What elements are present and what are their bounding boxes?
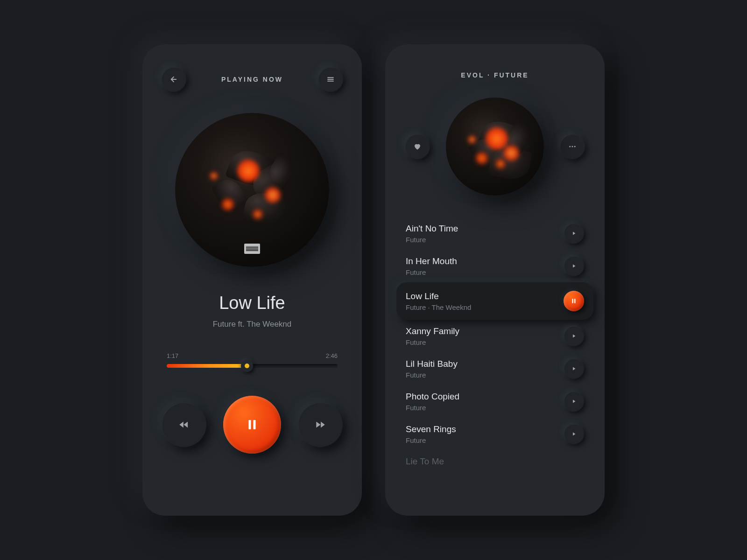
more-button[interactable]: [560, 134, 585, 159]
duration-time: 2:46: [326, 352, 338, 359]
song-title: Low Life: [142, 293, 362, 313]
track-row[interactable]: Seven RingsFuture: [396, 418, 593, 450]
album-art: [175, 113, 329, 267]
svg-rect-10: [574, 299, 575, 303]
svg-point-7: [572, 146, 573, 147]
track-play-button[interactable]: [564, 256, 584, 276]
track-artist: Future: [406, 371, 458, 379]
track-info: Seven RingsFuture: [406, 424, 456, 444]
playlist-header: EVOL · FUTURE: [385, 44, 605, 79]
track-info: Lil Haiti BabyFuture: [406, 359, 458, 379]
pause-icon: [571, 298, 577, 304]
track-row[interactable]: Lie To Me: [396, 450, 593, 473]
menu-button[interactable]: [318, 67, 343, 92]
play-icon: [571, 231, 577, 236]
track-artist: Future: [406, 268, 457, 276]
track-artist: Future · The Weeknd: [406, 303, 471, 311]
pause-icon: [245, 418, 259, 432]
play-pause-button[interactable]: [223, 396, 281, 454]
play-icon: [571, 431, 577, 437]
album-art-container: [142, 113, 362, 267]
play-icon: [571, 263, 577, 269]
track-row[interactable]: Lil Haiti BabyFuture: [396, 352, 593, 385]
svg-rect-9: [572, 299, 573, 303]
track-title: Xanny Family: [406, 326, 459, 336]
like-button[interactable]: [405, 134, 430, 159]
track-title: In Her Mouth: [406, 256, 457, 266]
parental-advisory-badge: [244, 244, 260, 254]
track-artist: Future: [406, 436, 456, 444]
album-art-small: [446, 98, 544, 196]
track-artist: Future: [406, 404, 459, 412]
track-list: Ain't No TimeFutureIn Her MouthFutureLow…: [385, 217, 605, 473]
track-title: Low Life: [406, 291, 471, 301]
now-playing-header: PLAYING NOW: [142, 44, 362, 92]
back-arrow-icon: [169, 75, 178, 84]
back-button[interactable]: [161, 67, 186, 92]
track-play-button[interactable]: [564, 358, 584, 379]
now-playing-screen: PLAYING NOW Low Life Future ft. The Week…: [142, 44, 362, 516]
progress-section: 1:17 2:46: [167, 352, 338, 368]
now-playing-title: PLAYING NOW: [221, 76, 283, 83]
track-info: Xanny FamilyFuture: [406, 326, 459, 346]
track-row[interactable]: Xanny FamilyFuture: [396, 320, 593, 352]
playlist-screen: EVOL · FUTURE Ain't No TimeFutureIn Her …: [385, 44, 605, 516]
track-title: Lil Haiti Baby: [406, 359, 458, 369]
track-play-button[interactable]: [564, 326, 584, 346]
progress-bar[interactable]: [167, 364, 338, 368]
track-play-button[interactable]: [564, 391, 584, 412]
song-artist: Future ft. The Weeknd: [142, 320, 362, 329]
track-artist: Future: [406, 236, 458, 244]
svg-point-6: [569, 146, 571, 147]
track-title: Ain't No Time: [406, 224, 458, 234]
track-title: Lie To Me: [406, 456, 444, 467]
track-info: Lie To Me: [406, 456, 444, 467]
elapsed-time: 1:17: [167, 352, 178, 359]
track-row[interactable]: In Her MouthFuture: [396, 250, 593, 282]
track-row[interactable]: Low LifeFuture · The Weeknd: [396, 282, 593, 320]
playlist-album-row: [385, 98, 605, 196]
play-icon: [571, 366, 577, 371]
play-icon: [571, 333, 577, 339]
heart-icon: [413, 142, 422, 151]
progress-fill: [167, 364, 247, 368]
track-info: Low LifeFuture · The Weeknd: [406, 291, 471, 311]
track-play-button[interactable]: [564, 223, 584, 244]
track-row[interactable]: Ain't No TimeFuture: [396, 217, 593, 250]
track-title: Seven Rings: [406, 424, 456, 434]
play-icon: [571, 399, 577, 404]
track-info: In Her MouthFuture: [406, 256, 457, 276]
progress-knob[interactable]: [241, 360, 253, 372]
more-dots-icon: [568, 142, 577, 151]
track-artist: Future: [406, 338, 459, 346]
track-info: Photo CopiedFuture: [406, 392, 459, 412]
next-button[interactable]: [298, 402, 343, 447]
previous-icon: [178, 419, 190, 431]
hamburger-icon: [326, 75, 335, 84]
svg-rect-4: [249, 420, 251, 429]
track-info: Ain't No TimeFuture: [406, 224, 458, 244]
svg-point-8: [574, 146, 576, 147]
playback-controls: [142, 396, 362, 454]
next-icon: [314, 419, 326, 431]
track-row[interactable]: Photo CopiedFuture: [396, 385, 593, 418]
previous-button[interactable]: [162, 402, 206, 447]
track-play-button[interactable]: [564, 424, 584, 444]
track-title: Photo Copied: [406, 392, 459, 402]
svg-rect-5: [254, 420, 256, 429]
track-pause-button[interactable]: [564, 291, 584, 311]
